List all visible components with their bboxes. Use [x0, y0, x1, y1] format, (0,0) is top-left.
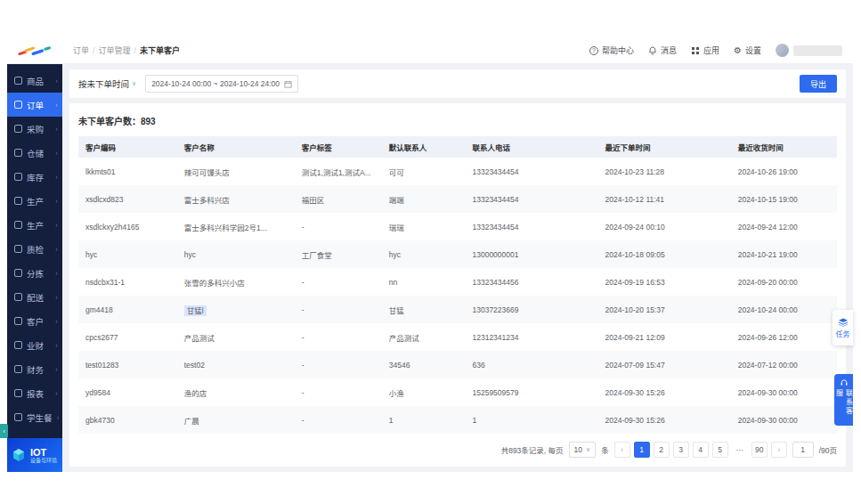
iot-title: IOT [30, 447, 57, 458]
breadcrumb-separator: / [93, 46, 95, 55]
page-size-unit: 条 [601, 444, 609, 455]
table-cell: 福田区 [295, 185, 382, 213]
help-center-button[interactable]: ? 帮助中心 [589, 45, 634, 56]
biz-finance-icon [14, 341, 22, 349]
table-row[interactable]: xsdlcxd823富士多科兴店福田区端端133234344542024-10-… [78, 185, 837, 213]
chevron-right-icon: › [55, 125, 58, 134]
sidebar-item-2[interactable]: 订单› [7, 93, 62, 117]
chevron-right-icon: › [55, 293, 58, 302]
table-cell: 小渔 [382, 378, 466, 406]
table-row[interactable]: nsdcbx31-1张雪的多科兴小店-nn133234344562024-09-… [78, 268, 837, 296]
customers-card: 未下单客户数：893 客户编码客户名称客户标签默认联系人联系人电话最近下单时间最… [69, 103, 846, 467]
table-cell: hyc [382, 240, 466, 268]
app-window: 订单/订单管理/未下单客户 ? 帮助中心 消息 应用 ⚙ 设置 [7, 37, 853, 472]
table-cell: 辣可可馒头店 [177, 158, 295, 185]
date-range-input[interactable]: 2024-10-24 00:00 ~ 2024-10-24 24:00 [145, 75, 298, 93]
table-cell: 13323434454 [465, 158, 597, 185]
topbar-actions: ? 帮助中心 消息 应用 ⚙ 设置 [589, 44, 853, 57]
table-cell: 瑞瑞 [382, 213, 466, 240]
table-cell: 2024-10-15 19:00 [731, 185, 837, 213]
logo-mark-icon [17, 44, 53, 58]
sidebar-item-8[interactable]: 质检› [7, 237, 62, 261]
finance-icon [14, 365, 22, 373]
sidebar-item-label: 分拣 [27, 267, 44, 280]
sidebar-item-3[interactable]: 采购› [7, 117, 62, 141]
sidebar-item-1[interactable]: 商品› [7, 69, 62, 93]
settings-button[interactable]: ⚙ 设置 [734, 45, 761, 56]
orders-icon [14, 101, 22, 109]
sidebar-item-14[interactable]: 报表› [7, 381, 62, 405]
table-cell: lkkmts01 [78, 158, 177, 185]
calendar-icon [284, 80, 292, 88]
sidebar-item-6[interactable]: 生产› [7, 189, 62, 213]
table-cell: 2024-09-24 00:10 [598, 213, 731, 240]
goods-icon [14, 77, 22, 85]
sidebar-item-label: 采购 [27, 123, 44, 135]
table-row[interactable]: cpcs2677产品测试-产品测试123123412342024-09-21 1… [78, 323, 837, 351]
table-row[interactable]: yd9584渔的店-小渔152595095792024-09-30 15:262… [78, 378, 837, 406]
sidebar-collapse-handle[interactable]: ‹ [0, 424, 8, 438]
pager: ‹12345···90› [614, 442, 787, 458]
page-ellipsis[interactable]: ··· [732, 442, 748, 458]
chevron-right-icon: › [55, 365, 58, 374]
page-jump-input[interactable]: 1 [792, 442, 814, 458]
app-logo[interactable] [7, 44, 62, 58]
table-cell: nn [382, 268, 466, 296]
chevron-right-icon: › [55, 389, 58, 398]
sidebar-item-13[interactable]: 财务› [7, 357, 62, 381]
iot-logo: IOT 设备与环境 [7, 438, 62, 472]
page-button-2[interactable]: 2 [654, 442, 670, 458]
table-cell: 2024-09-26 12:00 [731, 323, 837, 351]
table-cell: 12312341234 [465, 323, 597, 351]
breadcrumb-item[interactable]: 订单 [73, 45, 89, 56]
page-button-3[interactable]: 3 [673, 442, 689, 458]
table-row[interactable]: lkkmts01辣可可馒头店测试1,测试1,测试A...可可1332343445… [78, 158, 837, 185]
table-header-row: 客户编码客户名称客户标签默认联系人联系人电话最近下单时间最近收货时间 [78, 136, 837, 158]
page-button-90[interactable]: 90 [751, 442, 768, 458]
page-button-4[interactable]: 4 [693, 442, 709, 458]
column-header: 客户编码 [78, 136, 177, 158]
column-header: 客户名称 [177, 136, 295, 158]
messages-button[interactable]: 消息 [648, 45, 677, 56]
sidebar-item-label: 订单 [27, 99, 44, 111]
tasks-label: 任务 [836, 329, 850, 338]
page-size-select[interactable]: 10 ∨ [569, 442, 597, 458]
chevron-right-icon: › [55, 101, 58, 110]
table-row[interactable]: test01283test02-345466362024-07-09 15:47… [78, 351, 837, 378]
tasks-float-button[interactable]: 任务 [833, 310, 853, 345]
sidebar-item-4[interactable]: 仓储› [7, 141, 62, 165]
breadcrumb-item[interactable]: 订单管理 [99, 45, 131, 56]
contact-support-button[interactable]: 联系客服 [834, 374, 853, 426]
purchase-icon [14, 125, 22, 133]
delivery-icon [14, 293, 22, 301]
table-cell: 2024-09-19 16:53 [598, 268, 731, 296]
sidebar-item-7[interactable]: 生产› [7, 213, 62, 237]
table-cell: 工厂食堂 [295, 240, 382, 268]
sidebar-item-5[interactable]: 库存› [7, 165, 62, 189]
export-button[interactable]: 导出 [800, 75, 837, 93]
sidebar-item-10[interactable]: 配送› [7, 285, 62, 309]
sorting-icon [14, 269, 22, 277]
sidebar-item-15[interactable]: 学生餐› [7, 405, 62, 429]
sidebar-item-label: 配送 [27, 291, 44, 304]
next-page-button[interactable]: › [771, 442, 787, 458]
table-row[interactable]: xsdlckxy2h4165富士多科兴科学园2号1...-瑞瑞133234344… [78, 213, 837, 240]
table-row[interactable]: gm4418甘猛l-甘猛130372236692024-10-20 15:372… [78, 296, 837, 323]
table-row[interactable]: gbk4730广晨-112024-09-30 15:262024-09-30 0… [78, 406, 837, 434]
main-content: 按未下单时间 ∨ 2024-10-24 00:00 ~ 2024-10-24 2… [62, 64, 853, 472]
sidebar-item-12[interactable]: 业财› [7, 333, 62, 357]
table-cell: 2024-10-21 19:00 [731, 240, 837, 268]
layers-icon [838, 318, 849, 327]
sidebar-item-9[interactable]: 分拣› [7, 261, 62, 285]
table-cell: 甘猛 [382, 296, 466, 323]
customers-icon [14, 317, 22, 325]
filter-type-select[interactable]: 按未下单时间 ∨ [78, 77, 136, 90]
page-button-1[interactable]: 1 [634, 442, 650, 458]
help-center-label: 帮助中心 [602, 45, 634, 56]
apps-button[interactable]: 应用 [691, 45, 719, 56]
page-button-5[interactable]: 5 [712, 442, 728, 458]
sidebar-item-11[interactable]: 客户› [7, 309, 62, 333]
table-row[interactable]: hychyc工厂食堂hyc130000000012024-10-18 09:05… [78, 240, 837, 268]
user-menu[interactable] [776, 44, 842, 57]
prev-page-button[interactable]: ‹ [614, 442, 630, 458]
